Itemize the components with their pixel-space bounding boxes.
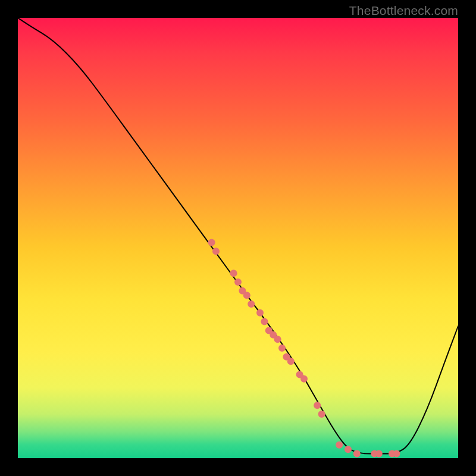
scatter-dot [274, 336, 281, 343]
scatter-dot [393, 450, 400, 458]
scatter-dot [353, 450, 361, 458]
watermark-text: TheBottleneck.com [349, 4, 458, 18]
scatter-dot [336, 441, 343, 449]
chart-frame: TheBottleneck.com [0, 0, 476, 476]
scatter-dot [243, 292, 250, 299]
scatter-dot [212, 248, 220, 255]
scatter-dot [345, 446, 352, 453]
bottleneck-curve [18, 18, 458, 454]
scatter-dot [208, 239, 215, 246]
scatter-dot [278, 345, 286, 352]
scatter-dot [300, 375, 308, 383]
scatter-dot [261, 318, 268, 325]
scatter-dot [248, 300, 255, 308]
scatter-dot [234, 278, 242, 286]
scatter-dot [318, 411, 325, 418]
scatter-dot [287, 358, 295, 365]
scatter-group [208, 239, 400, 457]
chart-svg [18, 18, 458, 458]
chart-plot-area [18, 18, 458, 458]
scatter-dot [230, 270, 237, 277]
scatter-dot [375, 450, 383, 458]
scatter-dot [256, 309, 264, 317]
scatter-dot [314, 402, 321, 409]
